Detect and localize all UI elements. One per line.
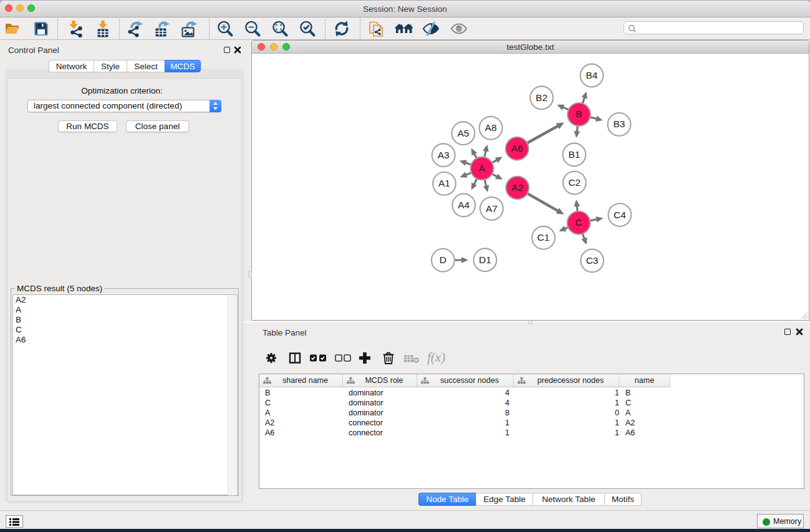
svg-text:D1: D1 (479, 254, 491, 265)
svg-text:C: C (575, 217, 582, 228)
svg-text:A1: A1 (438, 178, 450, 188)
svg-text:B3: B3 (614, 118, 625, 129)
svg-text:B4: B4 (586, 70, 598, 80)
svg-text:A5: A5 (457, 128, 469, 138)
svg-text:C4: C4 (614, 210, 626, 220)
svg-text:C2: C2 (568, 177, 581, 188)
svg-text:A6: A6 (511, 143, 523, 153)
svg-text:D: D (440, 254, 446, 265)
svg-text:A3: A3 (438, 150, 450, 160)
svg-text:C1: C1 (538, 232, 550, 243)
svg-text:A4: A4 (458, 200, 470, 210)
svg-text:C3: C3 (586, 255, 599, 266)
svg-text:A7: A7 (486, 203, 498, 214)
svg-text:A: A (479, 163, 486, 173)
svg-text:B: B (576, 109, 582, 119)
svg-text:A8: A8 (485, 122, 497, 133)
svg-text:B2: B2 (536, 92, 547, 103)
svg-text:B1: B1 (568, 149, 580, 160)
svg-text:A2: A2 (511, 182, 523, 193)
